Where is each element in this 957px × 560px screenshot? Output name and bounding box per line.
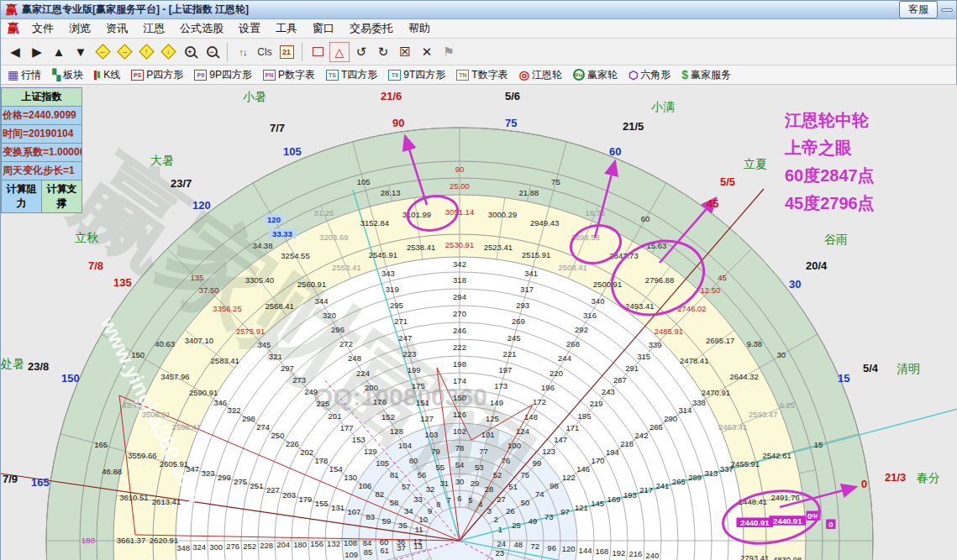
nav-down-icon[interactable]: ▼ [71,42,91,62]
toolbar-item-9P四方形[interactable]: P99P四方形 [194,68,252,82]
svg-text:59: 59 [382,516,392,526]
pan-icon[interactable]: ✕ [417,42,437,62]
svg-text:316: 316 [583,311,597,320]
menu-item-9[interactable]: 帮助 [401,19,438,38]
svg-text:177: 177 [340,423,354,432]
svg-text:2613.41: 2613.41 [152,497,181,506]
rotate-cw-icon[interactable]: ↻ [373,42,393,62]
svg-text:339: 339 [649,340,662,349]
window-title: 赢家江恩专业版[赢家服务平台] - [上证指数 江恩轮] [22,3,896,17]
menu-item-6[interactable]: 工具 [268,19,305,38]
box-x-icon[interactable]: ☒ [395,42,415,62]
svg-text:2440.91: 2440.91 [740,518,770,527]
menu-item-5[interactable]: 设置 [231,19,268,38]
wheel-outer-label-165: 165 [31,476,50,489]
toolbar-item-P数字表[interactable]: PNP数字表 [263,68,315,82]
nav-right-icon[interactable]: ▶ [27,42,47,62]
wheel-outer-label-5/5: 5/5 [720,175,735,188]
svg-text:150: 150 [131,350,145,359]
svg-text:299: 299 [218,473,231,482]
wheel-outer-label-谷雨: 谷雨 [824,233,848,248]
svg-text:3407.10: 3407.10 [185,336,213,345]
menu-item-3[interactable]: 江恩 [135,19,172,38]
svg-text:2793.41: 2793.41 [740,553,769,560]
svg-text:2463.41: 2463.41 [718,422,747,432]
menu-item-2[interactable]: 资讯 [98,19,135,38]
svg-text:202: 202 [300,447,313,457]
calc-support-button[interactable]: 计算支撑 [42,181,82,212]
zoom-in-icon[interactable]: + [180,42,200,62]
svg-text:150: 150 [453,393,466,402]
menu-item-4[interactable]: 公式选股 [172,19,231,38]
svg-text:219: 219 [590,399,603,408]
svg-text:45: 45 [718,273,727,282]
nav-up-icon[interactable]: ▲ [49,42,69,62]
triangle-tool-icon[interactable]: △ [329,42,350,62]
svg-text:342: 342 [453,259,466,269]
svg-text:123: 123 [542,447,555,456]
svg-text:322: 322 [228,406,241,415]
svg-text:2605.91: 2605.91 [160,459,188,468]
toolbar-item-P四方形[interactable]: PSP四方形 [131,68,183,82]
menu-item-8[interactable]: 交易委托 [342,19,401,38]
svg-text:5: 5 [468,495,472,505]
toolbar-item-K线[interactable]: K线 [94,68,120,82]
toolbar-item-label: 赢家轮 [587,68,618,82]
toolbar-item-六角形[interactable]: ⬡六角形 [628,68,670,82]
svg-text:265: 265 [672,477,686,486]
svg-text:25: 25 [512,521,521,530]
diamond-left-icon[interactable]: ← [92,42,113,62]
svg-text:28: 28 [485,484,494,494]
toolbar-item-板块[interactable]: ▚板块 [52,68,83,82]
toolbar-item-9T四方形[interactable]: T99T四方形 [388,68,445,82]
svg-text:8: 8 [436,500,440,509]
menu-item-7[interactable]: 窗口 [305,19,342,38]
menu-item-0[interactable]: 文件 [24,19,61,38]
svg-text:76: 76 [502,456,511,465]
svg-text:54: 54 [455,460,465,469]
support-button[interactable]: 客服 [899,1,938,18]
svg-text:2455.91: 2455.91 [731,459,760,468]
svg-text:200: 200 [365,383,378,392]
svg-text:341: 341 [524,269,538,278]
toolbar-item-赢家服务[interactable]: $赢家服务 [681,68,731,82]
toolbar-item-赢家轮[interactable]: Big赢家轮 [573,68,618,82]
diamond-right-icon[interactable]: → [114,42,134,62]
svg-text:52: 52 [493,470,502,479]
svg-text:35: 35 [398,521,408,530]
badge-PN-icon: PN [263,70,276,81]
calendar-icon[interactable]: 21 [276,42,297,62]
cls-icon[interactable]: Cls [255,42,275,62]
toolbar-item-行情[interactable]: ▦行情 [8,68,41,82]
wheel-outer-label-5/4: 5/4 [863,362,878,374]
annotation-line-3: 60度2847点 [785,162,875,190]
nav-left-icon[interactable]: ◀ [5,42,25,62]
updown-icon[interactable]: ↑↓ [233,42,253,62]
svg-text:199: 199 [408,365,421,374]
svg-text:126: 126 [453,410,466,419]
wheel-outer-label-150: 150 [61,372,80,385]
diamond-down-icon[interactable]: ↓ [158,42,178,62]
menu-item-1[interactable]: 浏览 [61,19,98,38]
rect-tool-icon[interactable] [308,42,328,62]
svg-text:2796.88: 2796.88 [645,275,674,285]
rotate-ccw-icon[interactable]: ↺ [351,42,371,62]
calc-resistance-button[interactable]: 计算阻力 [2,181,42,212]
svg-text:50: 50 [521,498,530,507]
toolbar-item-T数字表[interactable]: TNT数字表 [456,68,507,82]
svg-text:3: 3 [487,506,492,516]
svg-text:149: 149 [490,398,503,407]
price-value: 价格=2440.9099 [2,107,82,125]
toolbar-item-江恩轮[interactable]: ◎江恩轮 [519,68,562,82]
svg-text:37: 37 [397,543,406,552]
svg-text:338: 338 [692,398,706,407]
toolbar-item-T四方形[interactable]: TST四方形 [326,68,377,82]
svg-text:96: 96 [547,543,556,552]
partial-button[interactable] [941,8,953,12]
svg-text:90: 90 [455,165,465,174]
svg-text:131: 131 [331,503,344,512]
zoom-out-icon[interactable]: − [202,42,222,62]
diamond-up-icon[interactable]: ↑ [136,42,156,62]
svg-text:196: 196 [541,383,555,392]
flag-icon[interactable]: ⚑ [439,42,459,62]
